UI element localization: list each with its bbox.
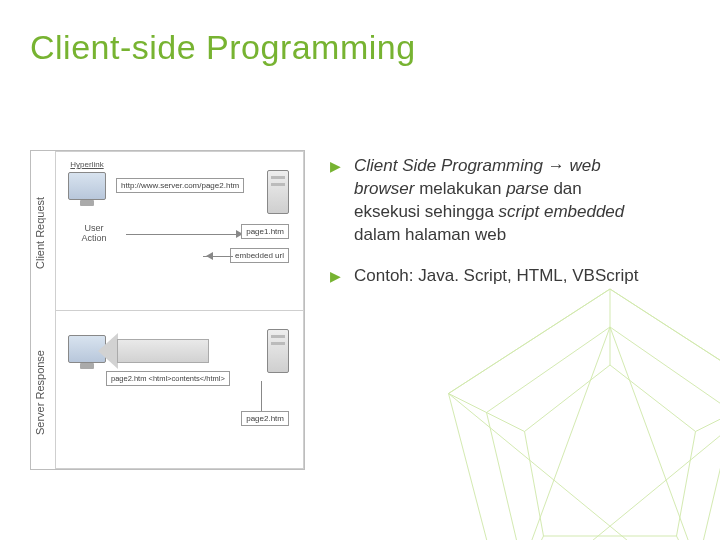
section-label-response: Server Response: [34, 333, 46, 453]
svg-line-7: [449, 394, 525, 432]
section-label-request: Client Request: [34, 173, 46, 293]
svg-line-5: [677, 536, 715, 540]
response-content-box: page2.htm <html>contents</html>: [106, 371, 230, 386]
request-response-diagram: Client Request Server Response Hyperlink…: [30, 150, 305, 470]
svg-line-10: [449, 394, 715, 541]
bullet-icon: ▶: [330, 265, 354, 288]
arrow-left-small-icon: [203, 256, 233, 267]
svg-line-6: [506, 536, 544, 540]
svg-line-11: [506, 394, 721, 541]
svg-marker-1: [487, 327, 721, 540]
slide: Client-side Programming ▶ Client Side Pr…: [0, 0, 720, 540]
decorative-wireframe: [420, 270, 720, 540]
svg-line-13: [610, 327, 715, 540]
page1-box: page1.htm: [241, 224, 289, 239]
response-panel: page2.htm <html>contents</html> page2.ht…: [55, 310, 304, 469]
url-box: http://www.server.com/page2.htm: [116, 178, 244, 193]
bullet-text-2: Contoh: Java. Script, HTML, VBScript: [354, 265, 650, 288]
list-item: ▶ Client Side Programming → web browser …: [330, 155, 650, 247]
bullet-text-1: Client Side Programming → web browser me…: [354, 155, 650, 247]
slide-title: Client-side Programming: [30, 28, 416, 67]
svg-marker-2: [525, 365, 696, 536]
svg-line-12: [506, 327, 611, 540]
bullet-icon: ▶: [330, 155, 354, 247]
arrow-right-icon: [126, 234, 246, 245]
arrow-up-icon: [261, 381, 263, 411]
server-icon: [267, 329, 289, 373]
big-arrow-left-icon: [98, 333, 209, 369]
client-monitor-icon: Hyperlink: [68, 172, 106, 200]
server-icon: [267, 170, 289, 214]
svg-line-4: [696, 394, 721, 432]
request-panel: Hyperlink http://www.server.com/page2.ht…: [55, 151, 304, 310]
page2-box: page2.htm: [241, 411, 289, 426]
embedded-url-box: embedded url: [230, 248, 289, 263]
list-item: ▶ Contoh: Java. Script, HTML, VBScript: [330, 265, 650, 288]
body-text: ▶ Client Side Programming → web browser …: [330, 155, 650, 306]
user-action-label: User Action: [72, 224, 116, 244]
svg-marker-0: [449, 289, 721, 540]
